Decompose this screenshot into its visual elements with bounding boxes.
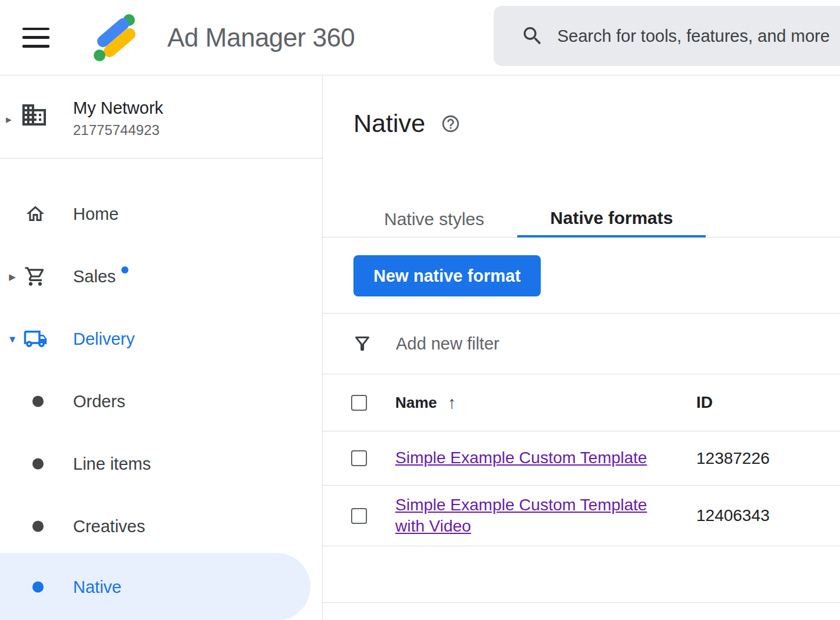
notification-dot — [121, 266, 128, 273]
menu-icon[interactable] — [22, 28, 49, 48]
network-selector[interactable]: ▸ My Network 21775744923 — [0, 97, 322, 156]
sidebar-item-label: Orders — [73, 392, 125, 411]
column-header-name[interactable]: Name ↑ — [395, 393, 672, 413]
sidebar-item-delivery[interactable]: ▾ Delivery — [0, 308, 322, 370]
product-name: Ad Manager 360 — [167, 23, 355, 52]
native-formats-table: Add new filter Name ↑ ID Simple Example … — [323, 313, 840, 603]
table-empty-row — [323, 546, 840, 603]
sidebar-item-sales[interactable]: ▸ Sales — [0, 245, 322, 308]
network-id: 21775744923 — [73, 122, 163, 138]
format-id: 12406343 — [696, 506, 770, 525]
sidebar: ▸ My Network 21775744923 Home ▸ Sales ▾ … — [0, 76, 323, 620]
sidebar-item-home[interactable]: Home — [0, 183, 322, 245]
search-bar[interactable]: Search for tools, features, and more — [494, 6, 840, 66]
bullet-icon — [32, 459, 44, 470]
sidebar-item-label: Creatives — [73, 517, 145, 536]
main-content: Native Native styles Native formats New … — [323, 76, 840, 620]
sidebar-item-orders[interactable]: Orders — [0, 370, 322, 433]
network-name: My Network — [73, 98, 163, 118]
search-placeholder: Search for tools, features, and more — [557, 27, 830, 46]
tab-native-formats[interactable]: Native formats — [517, 201, 706, 238]
home-icon — [21, 203, 49, 225]
add-filter-label: Add new filter — [396, 334, 500, 354]
expand-right-icon[interactable]: ▸ — [6, 113, 12, 126]
sidebar-item-label: Delivery — [73, 329, 135, 349]
table-row: Simple Example Custom Template with Vide… — [323, 485, 840, 546]
table-header-row: Name ↑ ID — [323, 374, 840, 431]
tab-native-styles[interactable]: Native styles — [351, 201, 517, 238]
sort-ascending-icon: ↑ — [448, 393, 457, 413]
ad-manager-logo — [87, 11, 141, 65]
sidebar-item-line-items[interactable]: Line items — [0, 433, 322, 495]
network-building-icon — [20, 101, 48, 131]
format-id: 12387226 — [696, 449, 770, 468]
shopping-cart-icon — [21, 265, 49, 288]
filter-bar[interactable]: Add new filter — [323, 313, 840, 374]
search-icon — [521, 24, 544, 48]
sidebar-item-label: Line items — [73, 454, 151, 474]
expand-right-icon[interactable]: ▸ — [5, 269, 20, 285]
help-icon[interactable] — [441, 114, 461, 134]
tab-bar: Native styles Native formats — [323, 201, 840, 238]
row-checkbox[interactable] — [351, 450, 367, 466]
bullet-icon — [32, 581, 44, 592]
sidebar-item-creatives[interactable]: Creatives — [0, 495, 322, 558]
bullet-icon — [32, 396, 44, 407]
format-name-link[interactable]: Simple Example Custom Template — [395, 448, 647, 467]
sidebar-item-native[interactable]: Native — [0, 553, 310, 620]
expand-down-icon[interactable]: ▾ — [5, 332, 20, 346]
new-native-format-button[interactable]: New native format — [353, 255, 541, 296]
format-name-link[interactable]: Simple Example Custom Template with Vide… — [395, 496, 647, 535]
sidebar-item-label: Home — [73, 205, 118, 224]
top-app-bar: Ad Manager 360 Search for tools, feature… — [0, 0, 840, 75]
row-checkbox[interactable] — [351, 508, 367, 524]
sidebar-item-label: Sales — [73, 267, 116, 286]
page-title: Native — [353, 109, 425, 138]
bullet-icon — [32, 521, 44, 532]
delivery-truck-icon — [21, 327, 49, 351]
sidebar-item-label: Native — [73, 577, 121, 596]
sidebar-divider — [0, 158, 322, 159]
select-all-checkbox[interactable] — [351, 395, 367, 411]
table-row: Simple Example Custom Template 12387226 — [323, 431, 840, 485]
filter-funnel-icon — [352, 333, 373, 354]
column-header-id[interactable]: ID — [696, 393, 713, 412]
